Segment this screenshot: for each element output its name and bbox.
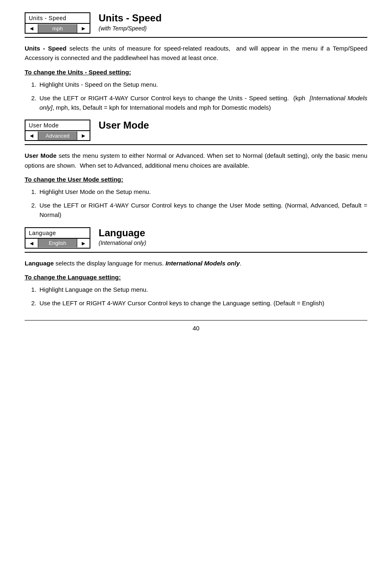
language-subtitle: (International only) [99,240,367,246]
units-speed-title: Units - Speed [99,12,367,24]
language-desc-bold: Language [25,260,54,267]
step-num: 1. [25,187,39,196]
language-title: Language [99,227,367,239]
user-mode-title: User Mode [99,120,367,131]
language-right-arrow: ► [77,239,90,248]
user-mode-widget: User Mode ◄ Advanced ► [25,120,90,141]
units-speed-change-heading: To change the Units - Speed setting: [25,69,367,76]
language-change-heading: To change the Language setting: [25,274,367,281]
units-speed-section: Units - Speed ◄ mph ► Units - Speed (wit… [25,12,367,112]
user-mode-section: User Mode ◄ Advanced ► User Mode User Mo… [25,120,367,219]
units-speed-widget-control: ◄ mph ► [25,23,90,33]
units-speed-description: Units - Speed selects the units of measu… [25,44,367,63]
step-num: 2. [25,201,39,210]
units-speed-value: mph [38,24,77,33]
step-text: Use the LEFT or RIGHT 4-WAY Cursor Contr… [39,93,367,113]
user-mode-change-heading: To change the User Mode setting: [25,176,367,183]
language-heading-col: Language (International only) [99,227,367,247]
step-text: Highlight Units - Speed on the Setup men… [39,80,367,89]
units-speed-heading-col: Units - Speed (with Temp/Speed) [99,12,367,32]
page-number: 40 [25,320,367,332]
language-description: Language selects the display language fo… [25,258,367,268]
language-widget-title: Language [25,228,90,238]
user-mode-description: User Mode sets the menu system to either… [25,151,367,170]
units-speed-right-arrow: ► [77,24,90,33]
user-mode-value: Advanced [38,131,77,140]
units-speed-desc-bold: Units - Speed [25,45,67,52]
language-steps: 1. Highlight Language on the Setup menu.… [25,285,367,308]
step-text: Use the LEFT or RIGHT 4-WAY Cursor Contr… [39,201,367,220]
step-num: 2. [25,298,39,308]
user-mode-widget-title: User Mode [25,120,90,130]
units-speed-step-1: 1. Highlight Units - Speed on the Setup … [25,80,367,89]
step-num: 2. [25,93,39,103]
user-mode-desc-bold: User Mode [25,152,57,159]
units-speed-header: Units - Speed ◄ mph ► Units - Speed (wit… [25,12,367,38]
user-mode-heading-col: User Mode [99,120,367,131]
step-text: Use the LEFT or RIGHT 4-WAY Cursor Contr… [39,298,367,308]
user-mode-widget-control: ◄ Advanced ► [25,130,90,140]
step-num: 1. [25,285,39,294]
language-step-2: 2. Use the LEFT or RIGHT 4-WAY Cursor Co… [25,298,367,308]
user-mode-header: User Mode ◄ Advanced ► User Mode [25,120,367,145]
user-mode-step-1: 1. Highlight User Mode on the Setup menu… [25,187,367,196]
units-speed-subtitle: (with Temp/Speed) [99,25,367,32]
step-text: Highlight Language on the Setup menu. [39,285,367,294]
language-section: Language ◄ English ► Language (Internati… [25,227,367,308]
user-mode-steps: 1. Highlight User Mode on the Setup menu… [25,187,367,220]
language-left-arrow: ◄ [25,239,38,248]
user-mode-left-arrow: ◄ [25,131,38,140]
language-intl-note: International Models only [166,260,240,267]
international-note: [International Models only] [39,95,367,111]
step-text: Highlight User Mode on the Setup menu. [39,187,367,196]
units-speed-widget-title: Units - Speed [25,13,90,23]
language-widget: Language ◄ English ► [25,227,90,249]
language-widget-control: ◄ English ► [25,238,90,248]
language-step-1: 1. Highlight Language on the Setup menu. [25,285,367,294]
units-speed-left-arrow: ◄ [25,24,38,33]
units-speed-step-2: 2. Use the LEFT or RIGHT 4-WAY Cursor Co… [25,93,367,113]
language-value: English [38,239,77,247]
user-mode-right-arrow: ► [77,131,90,140]
units-speed-widget: Units - Speed ◄ mph ► [25,12,90,34]
units-speed-steps: 1. Highlight Units - Speed on the Setup … [25,80,367,113]
user-mode-step-2: 2. Use the LEFT or RIGHT 4-WAY Cursor Co… [25,201,367,220]
language-header: Language ◄ English ► Language (Internati… [25,227,367,253]
step-num: 1. [25,80,39,89]
